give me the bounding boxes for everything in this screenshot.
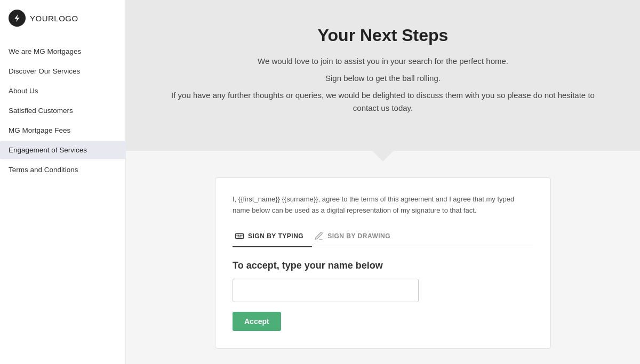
sidebar-item-discover[interactable]: Discover Our Services (0, 62, 125, 80)
name-input[interactable] (233, 279, 419, 302)
tab-typing-label: SIGN BY TYPING (248, 232, 303, 240)
accept-button[interactable]: Accept (233, 312, 281, 331)
sidebar-item-engagement[interactable]: Engagement of Services (0, 141, 125, 159)
svg-rect-1 (236, 233, 244, 238)
hero-line1: We would love to join to assist you in y… (158, 55, 608, 68)
content-area: I, {{first_name}} {{surname}}, agree to … (126, 151, 640, 364)
sidebar: YOURLOGO We are MG MortgagesDiscover Our… (0, 0, 126, 364)
main-content: Your Next Steps We would love to join to… (126, 0, 640, 364)
keyboard-icon (235, 231, 244, 241)
sidebar-nav: We are MG MortgagesDiscover Our Services… (0, 36, 125, 180)
agreement-text: I, {{first_name}} {{surname}}, agree to … (233, 194, 533, 216)
hero-title: Your Next Steps (158, 26, 608, 45)
hero-line2: Sign below to get the ball rolling. (158, 72, 608, 85)
logo-text: YOURLOGO (30, 14, 78, 23)
lightning-bolt-icon (12, 13, 22, 23)
logo-area: YOURLOGO (0, 0, 125, 36)
to-accept-label: To accept, type your name below (233, 260, 533, 271)
tab-sign-typing[interactable]: SIGN BY TYPING (233, 226, 312, 247)
pen-icon (314, 231, 324, 241)
tab-sign-drawing[interactable]: SIGN BY DRAWING (312, 226, 399, 247)
tab-drawing-label: SIGN BY DRAWING (327, 232, 390, 240)
sidebar-item-terms[interactable]: Terms and Conditions (0, 160, 125, 179)
logo-icon (9, 10, 26, 27)
sign-tabs: SIGN BY TYPING SIGN BY DRAWING (233, 226, 533, 247)
sidebar-item-we-are[interactable]: We are MG Mortgages (0, 42, 125, 61)
svg-marker-0 (15, 14, 20, 22)
sidebar-item-about[interactable]: About Us (0, 82, 125, 100)
hero-banner: Your Next Steps We would love to join to… (126, 0, 640, 151)
hero-line3: If you have any further thoughts or quer… (158, 89, 608, 115)
sidebar-item-fees[interactable]: MG Mortgage Fees (0, 121, 125, 140)
arrow-down-icon (371, 150, 395, 161)
signature-card: I, {{first_name}} {{surname}}, agree to … (215, 177, 551, 349)
sidebar-item-satisfied[interactable]: Satisfied Customers (0, 101, 125, 120)
